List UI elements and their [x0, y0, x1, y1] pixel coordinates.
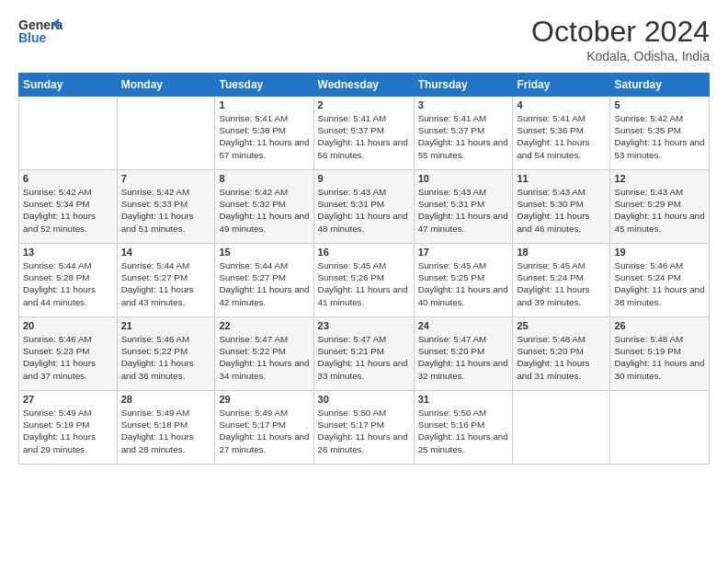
cell-info: Sunrise: 5:49 AMSunset: 5:19 PMDaylight:… — [23, 407, 113, 455]
day-number: 23 — [318, 320, 410, 331]
day-number: 2 — [318, 99, 410, 110]
calendar-cell: 17Sunrise: 5:45 AMSunset: 5:25 PMDayligh… — [414, 244, 513, 317]
header: General Blue October 2024 Kodala, Odisha… — [18, 15, 710, 63]
cell-info: Sunrise: 5:43 AMSunset: 5:29 PMDaylight:… — [614, 186, 705, 235]
day-header-thursday: Thursday — [414, 74, 513, 97]
day-number: 7 — [121, 173, 211, 184]
cell-info: Sunrise: 5:48 AMSunset: 5:19 PMDaylight:… — [614, 333, 705, 382]
calendar-cell: 24Sunrise: 5:47 AMSunset: 5:20 PMDayligh… — [414, 317, 513, 391]
calendar-cell: 14Sunrise: 5:44 AMSunset: 5:27 PMDayligh… — [117, 244, 215, 317]
day-number: 5 — [614, 99, 705, 110]
logo: General Blue — [18, 15, 63, 52]
cell-info: Sunrise: 5:49 AMSunset: 5:17 PMDaylight:… — [219, 407, 309, 455]
calendar-cell: 1Sunrise: 5:41 AMSunset: 5:38 PMDaylight… — [215, 97, 313, 170]
month-title: October 2024 — [531, 15, 710, 49]
day-number: 17 — [418, 247, 509, 258]
calendar-cell: 3Sunrise: 5:41 AMSunset: 5:37 PMDaylight… — [414, 97, 513, 170]
calendar-cell: 27Sunrise: 5:49 AMSunset: 5:19 PMDayligh… — [19, 391, 118, 465]
calendar-cell: 26Sunrise: 5:48 AMSunset: 5:19 PMDayligh… — [610, 317, 710, 391]
location: Kodala, Odisha, India — [531, 49, 710, 63]
calendar-cell: 11Sunrise: 5:43 AMSunset: 5:30 PMDayligh… — [513, 170, 610, 244]
calendar-cell: 6Sunrise: 5:42 AMSunset: 5:34 PMDaylight… — [19, 170, 118, 244]
cell-info: Sunrise: 5:41 AMSunset: 5:37 PMDaylight:… — [318, 112, 410, 161]
day-number: 12 — [614, 173, 705, 184]
cell-info: Sunrise: 5:47 AMSunset: 5:22 PMDaylight:… — [219, 333, 309, 382]
day-number: 21 — [121, 320, 211, 331]
calendar-cell: 21Sunrise: 5:46 AMSunset: 5:22 PMDayligh… — [117, 317, 215, 391]
calendar-cell: 7Sunrise: 5:42 AMSunset: 5:33 PMDaylight… — [117, 170, 215, 244]
day-number: 8 — [219, 173, 309, 184]
calendar-cell: 28Sunrise: 5:49 AMSunset: 5:18 PMDayligh… — [117, 391, 215, 465]
calendar-cell: 13Sunrise: 5:44 AMSunset: 5:28 PMDayligh… — [19, 244, 118, 317]
cell-info: Sunrise: 5:42 AMSunset: 5:35 PMDaylight:… — [614, 112, 705, 161]
day-header-monday: Monday — [117, 74, 215, 97]
calendar-cell: 16Sunrise: 5:45 AMSunset: 5:26 PMDayligh… — [313, 244, 414, 317]
calendar-cell: 12Sunrise: 5:43 AMSunset: 5:29 PMDayligh… — [610, 170, 710, 244]
cell-info: Sunrise: 5:44 AMSunset: 5:27 PMDaylight:… — [121, 259, 211, 308]
calendar-cell: 4Sunrise: 5:41 AMSunset: 5:36 PMDaylight… — [513, 97, 610, 170]
cell-info: Sunrise: 5:44 AMSunset: 5:27 PMDaylight:… — [219, 259, 309, 308]
cell-info: Sunrise: 5:42 AMSunset: 5:34 PMDaylight:… — [23, 186, 113, 235]
calendar-cell: 20Sunrise: 5:46 AMSunset: 5:23 PMDayligh… — [19, 317, 118, 391]
cell-info: Sunrise: 5:43 AMSunset: 5:31 PMDaylight:… — [318, 186, 410, 235]
day-number: 25 — [517, 320, 606, 331]
day-number: 19 — [614, 247, 705, 258]
cell-info: Sunrise: 5:45 AMSunset: 5:24 PMDaylight:… — [517, 259, 606, 308]
day-header-friday: Friday — [513, 74, 610, 97]
cell-info: Sunrise: 5:41 AMSunset: 5:36 PMDaylight:… — [517, 112, 606, 161]
calendar-cell: 31Sunrise: 5:50 AMSunset: 5:16 PMDayligh… — [414, 391, 513, 465]
calendar-cell: 10Sunrise: 5:43 AMSunset: 5:31 PMDayligh… — [414, 170, 513, 244]
day-number: 18 — [517, 247, 606, 258]
calendar-cell — [117, 97, 215, 170]
calendar-cell — [19, 97, 118, 170]
day-number: 15 — [219, 247, 309, 258]
cell-info: Sunrise: 5:42 AMSunset: 5:33 PMDaylight:… — [121, 186, 211, 235]
day-number: 28 — [121, 394, 211, 405]
cell-info: Sunrise: 5:45 AMSunset: 5:26 PMDaylight:… — [318, 259, 410, 308]
cell-info: Sunrise: 5:43 AMSunset: 5:30 PMDaylight:… — [517, 186, 606, 235]
day-number: 16 — [318, 247, 410, 258]
day-number: 20 — [23, 320, 113, 331]
day-number: 27 — [23, 394, 113, 405]
calendar-cell: 22Sunrise: 5:47 AMSunset: 5:22 PMDayligh… — [215, 317, 313, 391]
cell-info: Sunrise: 5:45 AMSunset: 5:25 PMDaylight:… — [418, 259, 509, 308]
day-number: 22 — [219, 320, 309, 331]
calendar-cell: 18Sunrise: 5:45 AMSunset: 5:24 PMDayligh… — [513, 244, 610, 317]
day-number: 30 — [318, 394, 410, 405]
cell-info: Sunrise: 5:46 AMSunset: 5:23 PMDaylight:… — [23, 333, 113, 382]
day-header-sunday: Sunday — [19, 74, 118, 97]
calendar-cell: 15Sunrise: 5:44 AMSunset: 5:27 PMDayligh… — [215, 244, 313, 317]
cell-info: Sunrise: 5:47 AMSunset: 5:20 PMDaylight:… — [418, 333, 509, 382]
day-number: 13 — [23, 247, 113, 258]
calendar-cell: 8Sunrise: 5:42 AMSunset: 5:32 PMDaylight… — [215, 170, 313, 244]
calendar-cell: 2Sunrise: 5:41 AMSunset: 5:37 PMDaylight… — [313, 97, 414, 170]
title-block: October 2024 Kodala, Odisha, India — [531, 15, 710, 63]
day-number: 6 — [23, 173, 113, 184]
calendar-cell: 19Sunrise: 5:46 AMSunset: 5:24 PMDayligh… — [610, 244, 710, 317]
day-number: 1 — [219, 99, 309, 110]
cell-info: Sunrise: 5:41 AMSunset: 5:37 PMDaylight:… — [418, 112, 509, 161]
cell-info: Sunrise: 5:46 AMSunset: 5:22 PMDaylight:… — [121, 333, 211, 382]
calendar-cell: 23Sunrise: 5:47 AMSunset: 5:21 PMDayligh… — [313, 317, 414, 391]
day-number: 31 — [418, 394, 509, 405]
svg-text:Blue: Blue — [18, 30, 47, 45]
cell-info: Sunrise: 5:48 AMSunset: 5:20 PMDaylight:… — [517, 333, 606, 382]
calendar-table: SundayMondayTuesdayWednesdayThursdayFrid… — [18, 73, 710, 465]
page: General Blue October 2024 Kodala, Odisha… — [0, 0, 728, 563]
day-number: 3 — [418, 99, 509, 110]
day-number: 9 — [318, 173, 410, 184]
cell-info: Sunrise: 5:44 AMSunset: 5:28 PMDaylight:… — [23, 259, 113, 308]
cell-info: Sunrise: 5:50 AMSunset: 5:17 PMDaylight:… — [318, 407, 410, 455]
calendar-cell: 29Sunrise: 5:49 AMSunset: 5:17 PMDayligh… — [215, 391, 313, 465]
cell-info: Sunrise: 5:49 AMSunset: 5:18 PMDaylight:… — [121, 407, 211, 455]
calendar-cell — [610, 391, 710, 465]
cell-info: Sunrise: 5:50 AMSunset: 5:16 PMDaylight:… — [418, 407, 509, 455]
cell-info: Sunrise: 5:47 AMSunset: 5:21 PMDaylight:… — [318, 333, 410, 382]
day-header-wednesday: Wednesday — [313, 74, 414, 97]
calendar-cell — [513, 391, 610, 465]
cell-info: Sunrise: 5:43 AMSunset: 5:31 PMDaylight:… — [418, 186, 509, 235]
day-number: 4 — [517, 99, 606, 110]
cell-info: Sunrise: 5:42 AMSunset: 5:32 PMDaylight:… — [219, 186, 309, 235]
calendar-cell: 25Sunrise: 5:48 AMSunset: 5:20 PMDayligh… — [513, 317, 610, 391]
calendar-cell: 30Sunrise: 5:50 AMSunset: 5:17 PMDayligh… — [313, 391, 414, 465]
